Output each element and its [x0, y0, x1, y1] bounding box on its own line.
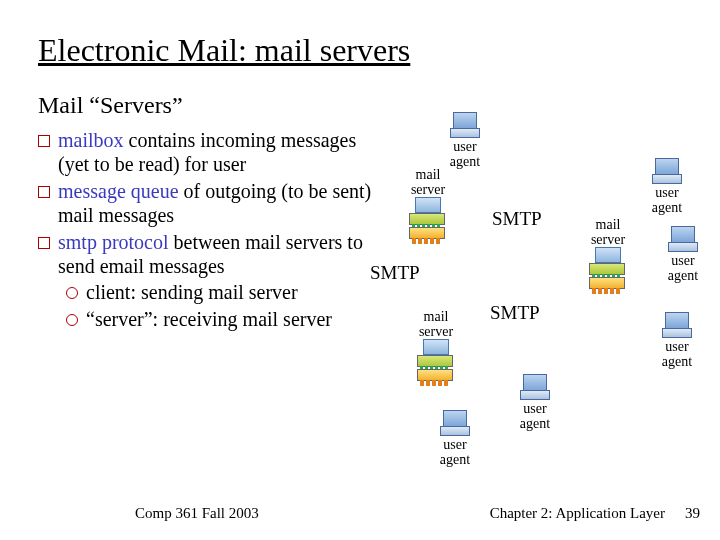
ua-label: useragent: [438, 140, 492, 169]
server-icon: [417, 339, 455, 383]
slide-subtitle: Mail “Servers”: [38, 92, 183, 119]
computer-icon: [520, 374, 550, 400]
computer-icon: [668, 226, 698, 252]
sub-bullet-text: “server”: receiving mail server: [86, 307, 332, 331]
mail-server: mailserver: [578, 218, 638, 293]
smtp-label: SMTP: [370, 262, 420, 284]
diagram: useragent useragent useragent useragent …: [378, 112, 708, 482]
ms-label: mailserver: [578, 218, 638, 247]
sub-bullet-text: client: sending mail server: [86, 280, 298, 304]
mail-server: mailserver: [398, 168, 458, 243]
user-agent: useragent: [650, 312, 704, 369]
user-agent: useragent: [508, 374, 562, 431]
square-bullet-icon: [38, 186, 50, 198]
sub-bullet-item: “server”: receiving mail server: [66, 307, 373, 331]
circle-bullet-icon: [66, 287, 78, 299]
page-number: 39: [685, 505, 700, 522]
square-bullet-icon: [38, 135, 50, 147]
computer-icon: [440, 410, 470, 436]
computer-icon: [652, 158, 682, 184]
user-agent: useragent: [656, 226, 710, 283]
ms-label: mailserver: [398, 168, 458, 197]
ua-label: useragent: [640, 186, 694, 215]
sub-bullet-item: client: sending mail server: [66, 280, 373, 304]
user-agent-top: useragent: [438, 112, 492, 169]
keyword: smtp protocol: [58, 231, 169, 253]
mail-server: mailserver: [406, 310, 466, 385]
keyword: message queue: [58, 180, 179, 202]
bullet-item: smtp protocol between mail servers to se…: [38, 230, 373, 279]
server-icon: [589, 247, 627, 291]
bullet-item: message queue of outgoing (to be sent) m…: [38, 179, 373, 228]
ua-label: useragent: [650, 340, 704, 369]
ms-label: mailserver: [406, 310, 466, 339]
server-icon: [409, 197, 447, 241]
keyword: mailbox: [58, 129, 124, 151]
bullet-item: mailbox contains incoming messages (yet …: [38, 128, 373, 177]
ua-label: useragent: [508, 402, 562, 431]
smtp-label: SMTP: [490, 302, 540, 324]
slide-title: Electronic Mail: mail servers: [38, 32, 410, 69]
square-bullet-icon: [38, 237, 50, 249]
computer-icon: [662, 312, 692, 338]
footer-right: Chapter 2: Application Layer: [490, 505, 665, 522]
footer-left: Comp 361 Fall 2003: [135, 505, 259, 522]
user-agent: useragent: [428, 410, 482, 467]
computer-icon: [450, 112, 480, 138]
ua-label: useragent: [656, 254, 710, 283]
ua-label: useragent: [428, 438, 482, 467]
bullet-list: mailbox contains incoming messages (yet …: [38, 128, 373, 333]
smtp-label: SMTP: [492, 208, 542, 230]
circle-bullet-icon: [66, 314, 78, 326]
user-agent: useragent: [640, 158, 694, 215]
